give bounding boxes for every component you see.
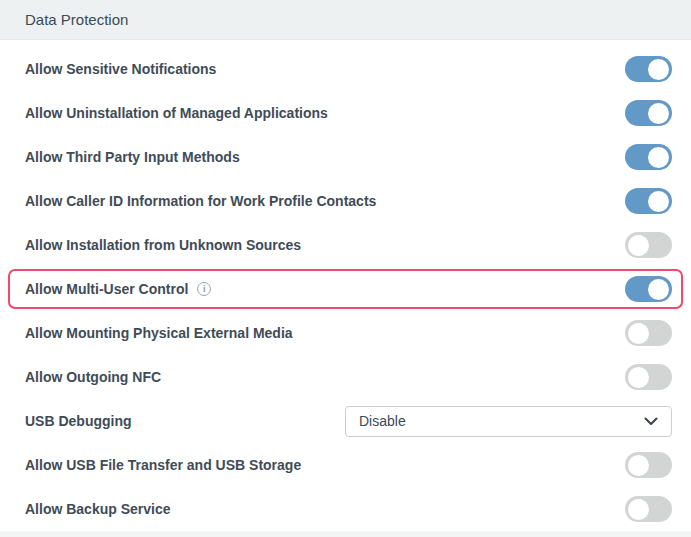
setting-label: Allow Backup Service xyxy=(25,501,171,517)
toggle-knob xyxy=(648,147,669,168)
setting-label-wrap: Allow USB File Transfer and USB Storage xyxy=(25,457,625,473)
setting-label: Allow Outgoing NFC xyxy=(25,369,161,385)
toggle-switch[interactable] xyxy=(625,320,672,346)
setting-row: Allow Uninstallation of Managed Applicat… xyxy=(0,91,691,135)
toggle-knob xyxy=(648,103,669,124)
setting-label-wrap: Allow Uninstallation of Managed Applicat… xyxy=(25,105,625,121)
setting-label: Allow USB File Transfer and USB Storage xyxy=(25,457,301,473)
setting-label: Allow Sensitive Notifications xyxy=(25,61,216,77)
settings-list: Allow Sensitive Notifications Allow Unin… xyxy=(0,40,691,531)
toggle-switch[interactable] xyxy=(625,232,672,258)
toggle-switch[interactable] xyxy=(625,56,672,82)
setting-label-wrap: Allow Third Party Input Methods xyxy=(25,149,625,165)
setting-label: Allow Caller ID Information for Work Pro… xyxy=(25,193,376,209)
setting-label-wrap: Allow Sensitive Notifications xyxy=(25,61,625,77)
toggle-knob xyxy=(648,59,669,80)
setting-label-wrap: Allow Installation from Unknown Sources xyxy=(25,237,625,253)
setting-row: Allow Multi-User Control i xyxy=(8,269,683,309)
toggle-switch[interactable] xyxy=(625,144,672,170)
setting-label-wrap: Allow Multi-User Control i xyxy=(25,281,625,297)
toggle-switch[interactable] xyxy=(625,276,672,302)
toggle-knob xyxy=(648,191,669,212)
setting-row: Allow Outgoing NFC xyxy=(0,355,691,399)
toggle-knob xyxy=(628,367,649,388)
toggle-switch[interactable] xyxy=(625,452,672,478)
setting-label: Allow Multi-User Control xyxy=(25,281,188,297)
select-value: Disable xyxy=(359,413,406,429)
setting-row: Allow Installation from Unknown Sources xyxy=(0,223,691,267)
toggle-switch[interactable] xyxy=(625,496,672,522)
setting-label-wrap: Allow Caller ID Information for Work Pro… xyxy=(25,193,625,209)
setting-row: Allow Caller ID Information for Work Pro… xyxy=(0,179,691,223)
next-section-header-edge xyxy=(0,531,691,537)
select-control[interactable]: Disable xyxy=(345,406,672,437)
toggle-switch[interactable] xyxy=(625,364,672,390)
setting-label: Allow Uninstallation of Managed Applicat… xyxy=(25,105,328,121)
chevron-down-icon xyxy=(644,417,658,426)
setting-row: USB Debugging Disable xyxy=(0,399,691,443)
setting-row: Allow Third Party Input Methods xyxy=(0,135,691,179)
toggle-knob xyxy=(628,323,649,344)
setting-label: Allow Mounting Physical External Media xyxy=(25,325,293,341)
setting-label: Allow Third Party Input Methods xyxy=(25,149,240,165)
setting-row: Allow Mounting Physical External Media xyxy=(0,311,691,355)
section-title: Data Protection xyxy=(25,11,128,28)
setting-label-wrap: USB Debugging xyxy=(25,413,345,429)
info-icon[interactable]: i xyxy=(197,282,211,296)
setting-row: Allow Backup Service xyxy=(0,487,691,531)
setting-label: USB Debugging xyxy=(25,413,132,429)
setting-label-wrap: Allow Mounting Physical External Media xyxy=(25,325,625,341)
data-protection-panel: Data Protection Allow Sensitive Notifica… xyxy=(0,0,691,537)
setting-label-wrap: Allow Outgoing NFC xyxy=(25,369,625,385)
setting-row: Allow USB File Transfer and USB Storage xyxy=(0,443,691,487)
toggle-knob xyxy=(628,455,649,476)
section-header: Data Protection xyxy=(0,0,691,40)
toggle-switch[interactable] xyxy=(625,100,672,126)
toggle-switch[interactable] xyxy=(625,188,672,214)
toggle-knob xyxy=(628,499,649,520)
toggle-knob xyxy=(628,235,649,256)
setting-label-wrap: Allow Backup Service xyxy=(25,501,625,517)
toggle-knob xyxy=(648,279,669,300)
setting-label: Allow Installation from Unknown Sources xyxy=(25,237,301,253)
setting-row: Allow Sensitive Notifications xyxy=(0,47,691,91)
